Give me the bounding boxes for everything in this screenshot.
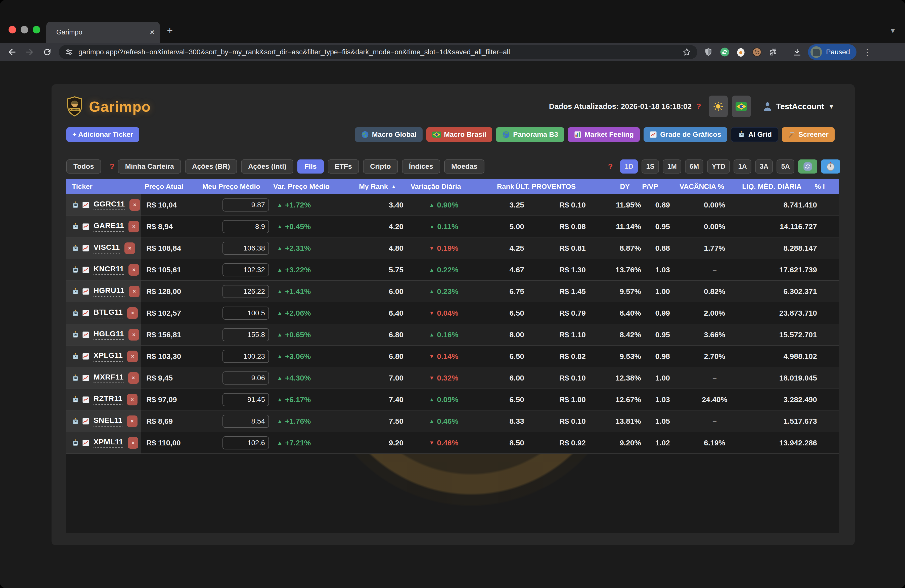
chart-increasing-icon[interactable] (82, 439, 89, 447)
chart-increasing-icon[interactable] (82, 223, 89, 230)
robot-icon[interactable] (71, 288, 79, 296)
remove-ticker-button[interactable]: × (127, 307, 138, 319)
chart-increasing-icon[interactable] (82, 245, 89, 252)
macro-button-panorama-b3[interactable]: Panorama B3 (496, 127, 564, 142)
avg-price-input[interactable] (222, 285, 269, 298)
ticker-link[interactable]: RZTR11 (94, 394, 122, 405)
avg-price-input[interactable] (222, 372, 269, 385)
tab-close-icon[interactable]: × (150, 28, 154, 37)
filters-help-mark[interactable]: ? (110, 162, 114, 171)
extension-shield-icon[interactable] (704, 48, 713, 57)
time-slot-ytd[interactable]: YTD (707, 159, 730, 173)
robot-icon[interactable] (71, 309, 79, 317)
macro-button-market-feeling[interactable]: Market Feeling (568, 127, 640, 142)
chart-increasing-icon[interactable] (82, 331, 89, 338)
extension-egg-icon[interactable] (737, 47, 745, 57)
new-tab-button[interactable]: + (167, 26, 173, 35)
macro-button-ai-grid[interactable]: AI Grid (731, 127, 778, 142)
robot-icon[interactable] (71, 331, 79, 339)
avg-price-input[interactable] (222, 199, 269, 211)
ticker-link[interactable]: BTLG11 (94, 308, 123, 318)
macro-button-macro-brasil[interactable]: Macro Brasil (426, 127, 492, 142)
avg-price-input[interactable] (222, 328, 269, 341)
ticker-link[interactable]: XPLG11 (94, 351, 123, 362)
remove-ticker-button[interactable]: × (129, 264, 139, 276)
remove-ticker-button[interactable]: × (128, 372, 139, 384)
time-slot-3a[interactable]: 3A (755, 159, 773, 173)
time-slot-5a[interactable]: 5A (776, 159, 794, 173)
column-header-var-pre-o-m-dio[interactable]: Var. Preço Médio (268, 179, 348, 194)
robot-icon[interactable] (71, 439, 79, 447)
column-header-p-vp[interactable]: P/VP (637, 179, 666, 194)
chart-increasing-icon[interactable] (82, 309, 89, 317)
profile-paused-pill[interactable]: Paused (808, 44, 856, 60)
robot-icon[interactable] (71, 417, 79, 425)
chart-increasing-icon[interactable] (82, 374, 89, 382)
time-slot-1d[interactable]: 1D (620, 159, 638, 173)
downloads-icon[interactable] (792, 47, 802, 57)
ticker-link[interactable]: XPML11 (94, 438, 123, 448)
robot-icon[interactable] (71, 266, 79, 274)
extension-sync-icon[interactable] (720, 47, 730, 57)
url-text[interactable]: garimpo.app/?refresh=on&interval=300&sor… (78, 48, 682, 56)
ticker-link[interactable]: SNEL11 (94, 416, 122, 426)
time-slot-1m[interactable]: 1M (663, 159, 681, 173)
remove-ticker-button[interactable]: × (127, 394, 138, 405)
zoom-window-button[interactable] (33, 26, 40, 33)
avg-price-input[interactable] (222, 220, 269, 233)
ticker-link[interactable]: MXRF11 (94, 373, 124, 383)
column-header-rank[interactable]: Rank (468, 179, 522, 194)
ticker-link[interactable]: GARE11 (94, 221, 124, 232)
bookmark-star-icon[interactable] (682, 48, 691, 57)
ticker-link[interactable]: KNCR11 (94, 265, 124, 275)
column-header-%-i[interactable]: % I (809, 179, 838, 194)
robot-icon[interactable] (71, 244, 79, 252)
browser-tab[interactable]: Garimpo × (46, 22, 160, 43)
ticker-link[interactable]: VISC11 (94, 243, 120, 254)
column-header-dy[interactable]: DY (583, 179, 637, 194)
filter-tab-etfs[interactable]: ETFs (328, 159, 359, 173)
filter-tab-a-es-intl-[interactable]: Ações (Intl) (241, 159, 294, 173)
macro-button-macro-global[interactable]: Macro Global (355, 127, 422, 142)
filter-tab-moedas[interactable]: Moedas (444, 159, 484, 173)
column-header-ticker[interactable]: Ticker (67, 179, 139, 194)
minimize-window-button[interactable] (21, 26, 28, 33)
remove-ticker-button[interactable]: × (129, 286, 140, 297)
chart-increasing-icon[interactable] (82, 266, 89, 273)
robot-icon[interactable] (71, 396, 79, 404)
robot-icon[interactable] (71, 352, 79, 361)
timer-knob-button[interactable] (821, 159, 840, 173)
remove-ticker-button[interactable]: × (128, 437, 138, 449)
chart-increasing-icon[interactable] (82, 353, 89, 360)
extension-cookie-icon[interactable] (752, 47, 762, 57)
remove-ticker-button[interactable]: × (127, 351, 138, 362)
avg-price-input[interactable] (222, 350, 269, 363)
chart-increasing-icon[interactable] (82, 418, 89, 425)
filter-tab--ndices[interactable]: Índices (402, 159, 440, 173)
auto-refresh-button[interactable] (798, 159, 817, 173)
browser-menu-icon[interactable]: ⋮ (863, 47, 872, 57)
updated-help-mark[interactable]: ? (696, 102, 701, 111)
avg-price-input[interactable] (222, 307, 269, 319)
avg-price-input[interactable] (222, 436, 269, 450)
chart-increasing-icon[interactable] (82, 201, 89, 209)
add-ticker-button[interactable]: + Adicionar Ticker (67, 127, 139, 142)
avg-price-input[interactable] (222, 393, 269, 406)
macro-button-screener[interactable]: Screener (782, 127, 835, 142)
chart-increasing-icon[interactable] (82, 396, 89, 404)
column-header-vac-ncia-%[interactable]: VACÂNCIA % (666, 179, 738, 194)
ticker-link[interactable]: GGRC11 (94, 200, 125, 210)
brand[interactable]: Garimpo Garimpo (67, 96, 151, 116)
column-header-liq-m-d-di-ria[interactable]: LIQ. MÉD. DIÁRIA (738, 179, 809, 194)
reload-icon[interactable] (42, 46, 53, 57)
avg-price-input[interactable] (222, 242, 269, 255)
ticker-link[interactable]: HGLG11 (94, 329, 124, 340)
slots-help-mark[interactable]: ? (608, 162, 613, 171)
time-slot-1s[interactable]: 1S (641, 159, 659, 173)
remove-ticker-button[interactable]: × (129, 221, 139, 232)
language-flag-button[interactable] (732, 95, 751, 117)
filter-tab-minha-carteira[interactable]: Minha Carteira (118, 159, 181, 173)
address-bar[interactable]: garimpo.app/?refresh=on&interval=300&sor… (59, 45, 697, 59)
remove-ticker-button[interactable]: × (129, 329, 139, 340)
account-menu[interactable]: TestAccount ▼ (763, 101, 835, 111)
